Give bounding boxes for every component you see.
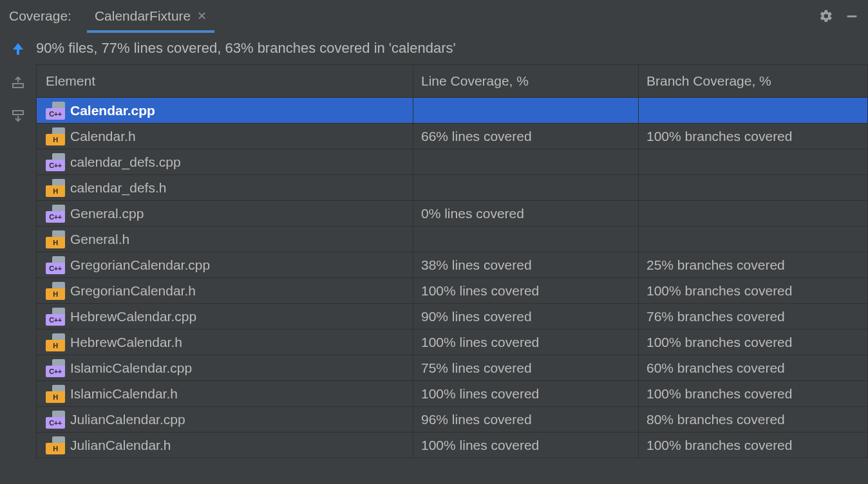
table-row[interactable]: HHebrewCalendar.h100% lines covered100% … (37, 329, 867, 355)
header-file-icon: H (46, 179, 65, 197)
cell-branch-coverage (639, 149, 867, 174)
svg-rect-1 (13, 84, 23, 88)
cell-element: C++JulianCalendar.cpp (37, 407, 413, 432)
table-row[interactable]: Hcalendar_defs.h (37, 174, 867, 200)
cell-branch-coverage (639, 98, 867, 123)
cpp-file-icon: C++ (46, 359, 65, 377)
cpp-file-icon: C++ (46, 256, 65, 274)
file-name: HebrewCalendar.cpp (70, 309, 196, 324)
svg-rect-0 (847, 15, 857, 17)
cell-line-coverage: 100% lines covered (413, 278, 639, 303)
cell-branch-coverage: 76% branches covered (639, 304, 867, 329)
header-file-icon: H (46, 333, 65, 351)
cell-line-coverage (413, 149, 639, 174)
table-row[interactable]: C++Calendar.cpp (37, 97, 867, 123)
navigate-up-icon[interactable] (10, 41, 26, 57)
cpp-file-icon: C++ (46, 308, 65, 326)
cell-line-coverage (413, 98, 639, 123)
cell-element: HCalendar.h (37, 124, 413, 149)
cell-branch-coverage: 25% branches covered (639, 252, 867, 277)
cell-line-coverage: 75% lines covered (413, 355, 639, 380)
file-name: Calendar.h (70, 129, 136, 144)
cell-line-coverage (413, 175, 639, 200)
cell-element: C++calendar_defs.cpp (37, 149, 413, 174)
cell-line-coverage (413, 227, 639, 252)
table-row[interactable]: HCalendar.h66% lines covered100% branche… (37, 123, 867, 149)
cell-line-coverage: 38% lines covered (413, 252, 639, 277)
table-row[interactable]: C++HebrewCalendar.cpp90% lines covered76… (37, 303, 867, 329)
table-row[interactable]: HIslamicCalendar.h100% lines covered100%… (37, 380, 867, 406)
column-header-element[interactable]: Element (37, 65, 413, 97)
cell-element: C++Calendar.cpp (37, 98, 413, 123)
coverage-summary: 90% files, 77% lines covered, 63% branch… (36, 32, 868, 64)
cpp-file-icon: C++ (46, 411, 65, 429)
table-row[interactable]: HJulianCalendar.h100% lines covered100% … (37, 432, 867, 458)
panel-header: Coverage: CalendarFixture ✕ (0, 0, 868, 32)
file-name: IslamicCalendar.h (70, 386, 178, 402)
header-file-icon: H (46, 230, 65, 248)
cell-element: HHebrewCalendar.h (37, 330, 413, 355)
file-name: IslamicCalendar.cpp (70, 360, 192, 376)
cell-element: HJulianCalendar.h (37, 433, 413, 458)
cell-line-coverage: 0% lines covered (413, 201, 639, 226)
cell-line-coverage: 100% lines covered (413, 381, 639, 406)
header-file-icon: H (46, 385, 65, 403)
cell-line-coverage: 100% lines covered (413, 433, 639, 458)
cell-branch-coverage (639, 201, 867, 226)
cell-branch-coverage (639, 227, 867, 252)
table-header: Element Line Coverage, % Branch Coverage… (37, 65, 867, 97)
table-row[interactable]: C++JulianCalendar.cpp96% lines covered80… (37, 406, 867, 432)
cpp-file-icon: C++ (46, 102, 65, 120)
minimize-icon[interactable] (845, 9, 859, 23)
cell-element: C++General.cpp (37, 201, 413, 226)
column-header-line[interactable]: Line Coverage, % (413, 65, 639, 97)
cell-branch-coverage: 100% branches covered (639, 278, 867, 303)
cell-element: HGregorianCalendar.h (37, 278, 413, 303)
header-file-icon: H (46, 127, 65, 145)
table-row[interactable]: C++General.cpp0% lines covered (37, 200, 867, 226)
tab-label: CalendarFixture (95, 8, 191, 24)
cell-element: C++HebrewCalendar.cpp (37, 304, 413, 329)
file-name: GregorianCalendar.h (70, 283, 196, 299)
table-row[interactable]: HGregorianCalendar.h100% lines covered10… (37, 277, 867, 303)
cell-branch-coverage: 100% branches covered (639, 433, 867, 458)
file-name: General.h (70, 232, 129, 247)
coverage-toolbar (0, 32, 36, 484)
cpp-file-icon: C++ (46, 205, 65, 223)
table-row[interactable]: HGeneral.h (37, 226, 867, 252)
table-row[interactable]: C++GregorianCalendar.cpp38% lines covere… (37, 252, 867, 277)
cell-line-coverage: 90% lines covered (413, 304, 639, 329)
cell-element: HGeneral.h (37, 227, 413, 252)
coverage-tab[interactable]: CalendarFixture ✕ (90, 0, 212, 32)
file-name: calendar_defs.cpp (70, 154, 181, 170)
cell-element: C++GregorianCalendar.cpp (37, 252, 413, 277)
cell-element: Hcalendar_defs.h (37, 175, 413, 200)
cell-branch-coverage: 60% branches covered (639, 355, 867, 380)
gear-icon[interactable] (819, 9, 833, 23)
cell-branch-coverage: 100% branches covered (639, 124, 867, 149)
table-row[interactable]: C++calendar_defs.cpp (37, 149, 867, 174)
table-row[interactable]: C++IslamicCalendar.cpp75% lines covered6… (37, 355, 867, 380)
close-tab-icon[interactable]: ✕ (197, 9, 207, 23)
flatten-packages-icon[interactable] (10, 75, 26, 90)
cell-element: C++IslamicCalendar.cpp (37, 355, 413, 380)
coverage-table: Element Line Coverage, % Branch Coverage… (36, 64, 868, 458)
panel-title: Coverage: (9, 8, 71, 24)
autoscroll-icon[interactable] (10, 108, 26, 124)
file-name: GregorianCalendar.cpp (70, 257, 210, 273)
header-file-icon: H (46, 282, 65, 300)
file-name: Calendar.cpp (70, 103, 155, 118)
file-name: JulianCalendar.h (70, 438, 171, 453)
file-name: General.cpp (70, 206, 144, 221)
file-name: JulianCalendar.cpp (70, 412, 185, 427)
svg-rect-2 (13, 111, 23, 115)
file-name: calendar_defs.h (70, 180, 166, 196)
cell-branch-coverage (639, 175, 867, 200)
cell-line-coverage: 100% lines covered (413, 330, 639, 355)
cell-branch-coverage: 80% branches covered (639, 407, 867, 432)
cell-element: HIslamicCalendar.h (37, 381, 413, 406)
column-header-branch[interactable]: Branch Coverage, % (639, 65, 867, 97)
cell-line-coverage: 96% lines covered (413, 407, 639, 432)
cell-branch-coverage: 100% branches covered (639, 330, 867, 355)
cell-branch-coverage: 100% branches covered (639, 381, 867, 406)
